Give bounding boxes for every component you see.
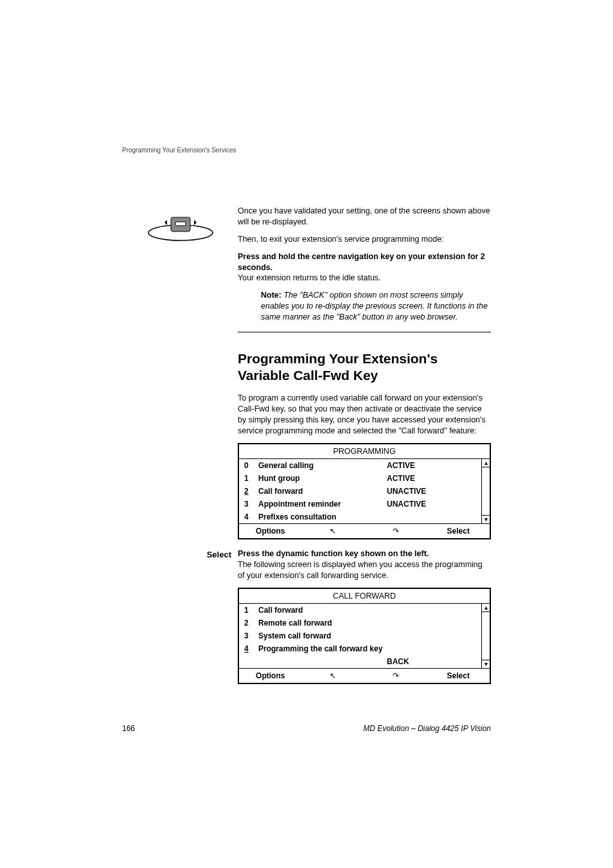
select-step: Select Press the dynamic function key sh…	[122, 548, 491, 693]
row-label: Call forward	[258, 606, 484, 615]
instr-bold: Press and hold the centre navigation key…	[238, 252, 485, 272]
page-number: 166	[122, 724, 135, 733]
row-status: ACTIVE	[387, 474, 484, 483]
screen1-row-1: 1 Hunt group ACTIVE	[239, 472, 490, 485]
right-col-select: Press the dynamic function key shown on …	[238, 548, 491, 684]
scrollbar: ▴ ▾	[481, 604, 490, 668]
section-divider	[238, 332, 491, 332]
intro-p2: Then, to exit your extension's service p…	[238, 234, 491, 245]
screen1-row-4: 4 Prefixes consultation	[239, 511, 490, 523]
row-status: UNACTIVE	[387, 487, 484, 496]
row-num: 2	[244, 487, 258, 496]
left-col-select: Select	[122, 548, 231, 559]
row-num: 4	[244, 512, 258, 521]
softkey-arrow-up-icon: ↖	[302, 669, 365, 683]
row-label: Prefixes consultation	[258, 512, 387, 521]
screen2-title: CALL FORWARD	[239, 589, 490, 604]
page-content: Once you have validated your setting, on…	[0, 0, 613, 719]
screen-callforward: CALL FORWARD 1 Call forward 2 Remote cal…	[238, 588, 491, 684]
back-label: BACK	[387, 657, 484, 666]
row-num: 1	[244, 474, 258, 483]
left-col-navpad	[122, 206, 231, 244]
screen2-row-1: 1 Call forward	[239, 604, 490, 617]
page-footer: 166 MD Evolution – Dialog 4425 IP Vision	[122, 724, 491, 733]
nav-pad-icon	[145, 215, 216, 242]
doc-title: MD Evolution – Dialog 4425 IP Vision	[363, 724, 491, 733]
row-label: System call forward	[258, 631, 484, 640]
scroll-down-icon: ▾	[482, 660, 490, 668]
row-num: 0	[244, 461, 258, 470]
screen2-row-3: 3 System call forward	[239, 629, 490, 642]
select-instr-rest: The following screen is displayed when y…	[238, 560, 483, 580]
select-softkey-label: Select	[122, 548, 231, 559]
row-num: 4	[244, 644, 258, 653]
row-label: Programming the call forward key	[258, 644, 484, 653]
screen1-softkeys: Options ↖ ↷ Select	[239, 523, 490, 538]
note-block: Note: The "BACK" option shown on most sc…	[261, 290, 491, 323]
screen2-softkeys: Options ↖ ↷ Select	[239, 668, 490, 683]
screen-programming: PROGRAMMING 0 General calling ACTIVE 1 H…	[238, 443, 491, 539]
screen2-back-row: BACK	[239, 655, 490, 668]
softkey-arrow-return-icon: ↷	[364, 524, 427, 538]
row-status: ACTIVE	[387, 461, 484, 470]
row-label: Hunt group	[258, 474, 387, 483]
instr-rest: Your extension returns to the idle statu…	[238, 273, 381, 282]
intro-p1: Once you have validated your setting, on…	[238, 206, 491, 228]
row-num: 3	[244, 631, 258, 640]
row-label: General calling	[258, 461, 387, 470]
screen1-row-0: 0 General calling ACTIVE	[239, 459, 490, 472]
intro-block: Once you have validated your setting, on…	[122, 206, 491, 548]
instr-line: Press and hold the centre navigation key…	[238, 251, 491, 284]
softkey-select: Select	[427, 669, 490, 683]
row-num: 2	[244, 619, 258, 628]
scroll-down-icon: ▾	[482, 515, 490, 523]
running-header: Programming Your Extension's Services	[122, 147, 236, 154]
nav-pad-illustration	[145, 215, 231, 244]
note-text: The "BACK" option shown on most screens …	[261, 291, 488, 321]
row-num: 1	[244, 606, 258, 615]
softkey-options: Options	[239, 669, 302, 683]
section-para: To program a currently used variable cal…	[238, 393, 491, 437]
row-label: Appointment reminder	[258, 500, 387, 509]
scrollbar: ▴ ▾	[481, 459, 490, 523]
svg-rect-2	[175, 222, 186, 226]
screen2-row-2: 2 Remote call forward	[239, 617, 490, 629]
screen1-title: PROGRAMMING	[239, 444, 490, 459]
select-instr: Press the dynamic function key shown on …	[238, 548, 491, 581]
screen2-row-4: 4 Programming the call forward key	[239, 642, 490, 655]
scroll-up-icon: ▴	[482, 459, 490, 467]
scroll-up-icon: ▴	[482, 604, 490, 612]
right-col-text: Once you have validated your setting, on…	[238, 206, 491, 539]
screen1-body: 0 General calling ACTIVE 1 Hunt group AC…	[239, 459, 490, 523]
row-label: Remote call forward	[258, 619, 484, 628]
screen1-row-3: 3 Appointment reminder UNACTIVE	[239, 498, 490, 511]
screen2-body: 1 Call forward 2 Remote call forward 3 S…	[239, 604, 490, 668]
softkey-arrow-up-icon: ↖	[302, 524, 365, 538]
row-num: 3	[244, 500, 258, 509]
row-label: Call forward	[258, 487, 387, 496]
softkey-options: Options	[239, 524, 302, 538]
screen1-row-2: 2 Call forward UNACTIVE	[239, 485, 490, 498]
select-instr-bold: Press the dynamic function key shown on …	[238, 549, 429, 558]
softkey-arrow-return-icon: ↷	[364, 669, 427, 683]
row-status: UNACTIVE	[387, 500, 484, 509]
note-label: Note:	[261, 291, 281, 300]
softkey-select: Select	[427, 524, 490, 538]
section-title: Programming Your Extension's Variable Ca…	[238, 350, 491, 384]
